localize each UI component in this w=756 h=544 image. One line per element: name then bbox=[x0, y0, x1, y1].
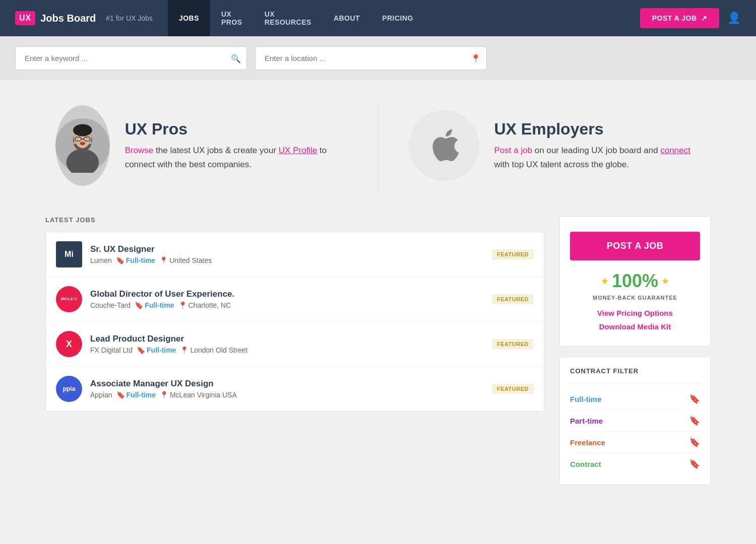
job-location: 📍 McLean Virginia USA bbox=[160, 391, 237, 399]
filter-contract-label: Contract bbox=[570, 460, 601, 468]
job-location: 📍 London Old Street bbox=[180, 346, 247, 354]
svg-point-8 bbox=[80, 142, 85, 146]
apple-logo-circle bbox=[409, 110, 479, 181]
table-row[interactable]: ppia Associate Manager UX Design Appian … bbox=[46, 367, 544, 411]
lower-section: LATEST JOBS Mi Sr. UX Designer Lumen 🔖 F… bbox=[45, 216, 711, 485]
job-type: 🔖 Full-time bbox=[116, 391, 156, 399]
nav-link-jobs[interactable]: JOBS bbox=[168, 0, 210, 36]
ux-employers-description: Post a job on our leading UX job board a… bbox=[494, 144, 701, 171]
pin-icon: 📍 bbox=[159, 256, 168, 264]
filter-freelance[interactable]: Freelance 🔖 bbox=[570, 432, 700, 453]
ux-employers-title: UX Employers bbox=[494, 120, 701, 139]
job-company: FX Digital Ltd bbox=[90, 346, 133, 354]
job-type: 🔖 Full-time bbox=[135, 301, 174, 309]
sidebar: POST A JOB ★ 100% ★ MONEY-BACK GUARANTEE… bbox=[559, 216, 711, 485]
svg-point-10 bbox=[74, 142, 76, 144]
job-info: Associate Manager UX Design Appian 🔖 Ful… bbox=[90, 379, 484, 399]
nav-post-job-label: POST A JOB bbox=[652, 14, 697, 22]
ux-profile-link[interactable]: UX Profile bbox=[279, 146, 318, 155]
nav-link-ux-pros[interactable]: UX PROS bbox=[210, 0, 254, 36]
pin-icon: 📍 bbox=[180, 346, 188, 354]
ux-pros-card: UX Pros Browse the latest UX jobs & crea… bbox=[45, 95, 358, 196]
pin-icon: 📍 bbox=[178, 301, 187, 309]
media-kit-link[interactable]: Download Media Kit bbox=[570, 322, 700, 331]
connect-link[interactable]: connect bbox=[660, 146, 690, 155]
featured-badge: FEATURED bbox=[492, 249, 534, 259]
job-title: Lead Product Designer bbox=[90, 334, 484, 344]
keyword-search-input[interactable] bbox=[15, 46, 247, 70]
external-link-icon: ↗ bbox=[701, 14, 708, 22]
nav-link-pricing[interactable]: PRICING bbox=[371, 0, 424, 36]
freelance-bookmark-icon: 🔖 bbox=[689, 437, 700, 448]
guarantee-row: ★ 100% ★ bbox=[570, 270, 700, 292]
ux-pros-text: UX Pros Browse the latest UX jobs & crea… bbox=[125, 120, 348, 171]
job-location: 📍 United States bbox=[159, 256, 212, 264]
job-info: Global Director of User Experience. Couc… bbox=[90, 289, 484, 309]
featured-badge: FEATURED bbox=[492, 294, 534, 304]
guarantee-percentage: 100% bbox=[612, 270, 658, 292]
ux-pros-title: UX Pros bbox=[125, 120, 348, 139]
keyword-search-wrap: 🔍 bbox=[15, 46, 247, 70]
filter-divider bbox=[570, 383, 700, 383]
guarantee-label: MONEY-BACK GUARANTEE bbox=[570, 295, 700, 301]
bookmark-icon: 🔖 bbox=[137, 346, 145, 354]
filter-fulltime-label: Full-time bbox=[570, 395, 602, 403]
job-logo: X bbox=[56, 331, 82, 357]
job-company: Couche-Tard bbox=[90, 301, 131, 309]
brand-name: Jobs Board bbox=[40, 13, 96, 24]
nav-tagline: #1 for UX Jobs bbox=[106, 14, 153, 22]
nav-link-ux-resources[interactable]: UX RESOURCES bbox=[254, 0, 323, 36]
job-logo: ppia bbox=[56, 376, 82, 402]
job-type: 🔖 Full-time bbox=[116, 256, 155, 264]
user-icon[interactable]: 👤 bbox=[727, 12, 741, 25]
keyword-search-button[interactable]: 🔍 bbox=[231, 53, 241, 63]
job-title: Sr. UX Designer bbox=[90, 244, 484, 254]
jobs-list: Mi Sr. UX Designer Lumen 🔖 Full-time 📍 U… bbox=[45, 232, 544, 412]
hero-section: UX Pros Browse the latest UX jobs & crea… bbox=[45, 95, 711, 196]
bookmark-icon: 🔖 bbox=[116, 256, 124, 264]
hero-divider bbox=[378, 100, 379, 191]
job-title: Global Director of User Experience. bbox=[90, 289, 484, 299]
contract-filter: CONTRACT FILTER Full-time 🔖 Part-time 🔖 … bbox=[559, 357, 711, 485]
ux-pros-description: Browse the latest UX jobs & create your … bbox=[125, 144, 348, 171]
job-location: 📍 Charlotte, NC bbox=[178, 301, 231, 309]
star-left-icon: ★ bbox=[601, 276, 609, 287]
table-row[interactable]: X Lead Product Designer FX Digital Ltd 🔖… bbox=[46, 322, 544, 367]
table-row[interactable]: Mi Sr. UX Designer Lumen 🔖 Full-time 📍 U… bbox=[46, 232, 544, 277]
filter-contract[interactable]: Contract 🔖 bbox=[570, 453, 700, 474]
job-meta: FX Digital Ltd 🔖 Full-time 📍 London Old … bbox=[90, 346, 484, 354]
svg-point-11 bbox=[89, 142, 92, 144]
filter-parttime[interactable]: Part-time 🔖 bbox=[570, 410, 700, 432]
filter-parttime-label: Part-time bbox=[570, 417, 603, 425]
featured-badge: FEATURED bbox=[492, 339, 534, 349]
job-info: Sr. UX Designer Lumen 🔖 Full-time 📍 Unit… bbox=[90, 244, 484, 264]
ux-employers-text: UX Employers Post a job on our leading U… bbox=[494, 120, 701, 171]
main-content: UX Pros Browse the latest UX jobs & crea… bbox=[35, 80, 721, 500]
location-search-input[interactable] bbox=[255, 46, 487, 70]
job-company: Appian bbox=[90, 391, 112, 399]
post-job-link[interactable]: Post a job bbox=[494, 146, 533, 155]
post-job-button[interactable]: POST A JOB bbox=[570, 232, 700, 260]
job-type: 🔖 Full-time bbox=[137, 346, 176, 354]
table-row[interactable]: IRCLE C Global Director of User Experien… bbox=[46, 277, 544, 322]
job-meta: Appian 🔖 Full-time 📍 McLean Virginia USA bbox=[90, 391, 484, 399]
job-meta: Lumen 🔖 Full-time 📍 United States bbox=[90, 256, 484, 264]
parttime-bookmark-icon: 🔖 bbox=[689, 415, 700, 426]
filter-fulltime[interactable]: Full-time 🔖 bbox=[570, 388, 700, 410]
location-icon: 📍 bbox=[471, 53, 481, 63]
nav-link-about[interactable]: ABOUT bbox=[323, 0, 371, 36]
job-company: Lumen bbox=[90, 256, 112, 264]
pin-icon: 📍 bbox=[160, 391, 168, 399]
pricing-link[interactable]: View Pricing Options bbox=[570, 309, 700, 317]
job-title: Associate Manager UX Design bbox=[90, 379, 484, 389]
featured-badge: FEATURED bbox=[492, 384, 534, 394]
nav-post-job-button[interactable]: POST A JOB ↗ bbox=[640, 8, 719, 28]
search-icon: 🔍 bbox=[231, 54, 241, 62]
bookmark-icon: 🔖 bbox=[135, 301, 143, 309]
browse-link[interactable]: Browse bbox=[125, 146, 154, 155]
fulltime-bookmark-icon: 🔖 bbox=[689, 393, 700, 404]
logo[interactable]: UX Jobs Board bbox=[15, 11, 96, 25]
location-search-wrap: 📍 bbox=[255, 46, 487, 70]
jobs-heading: LATEST JOBS bbox=[45, 216, 544, 224]
svg-point-9 bbox=[73, 124, 92, 137]
